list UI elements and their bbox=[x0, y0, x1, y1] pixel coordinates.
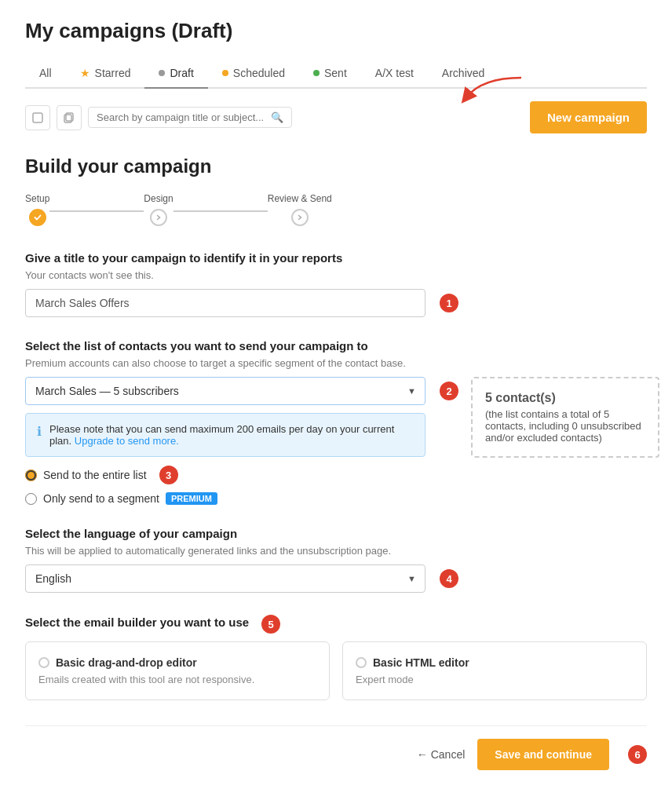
email-builder-heading-row: Select the email builder you want to use… bbox=[25, 615, 647, 634]
contacts-left-col: March Sales — 5 subscribers ▼ 2 ℹ Please… bbox=[25, 377, 458, 457]
premium-badge: PREMIUM bbox=[166, 492, 217, 505]
step-badge-2: 2 bbox=[440, 382, 458, 400]
contacts-detail: (the list contains a total of 5 contacts… bbox=[485, 408, 645, 444]
step-setup: Setup bbox=[25, 193, 49, 226]
tab-starred-label: Starred bbox=[95, 67, 131, 79]
campaign-title-section: Give a title to your campaign to identif… bbox=[25, 251, 647, 317]
campaign-title-heading-row: Give a title to your campaign to identif… bbox=[25, 251, 647, 269]
cancel-link[interactable]: ← Cancel bbox=[417, 748, 465, 761]
contacts-list-sub: Premium accounts can also choose to targ… bbox=[25, 357, 647, 369]
tab-scheduled-label: Scheduled bbox=[233, 67, 285, 79]
builder-card-drag-drop-title: Basic drag-and-drop editor bbox=[38, 656, 316, 669]
send-entire-label: Send to the entire list bbox=[43, 469, 147, 481]
contacts-dashed-box: 5 contact(s) (the list contains a total … bbox=[471, 377, 659, 458]
step-review-label: Review & Send bbox=[268, 193, 332, 204]
step-design: Design bbox=[144, 193, 173, 226]
step-design-circle bbox=[150, 209, 167, 226]
svg-rect-0 bbox=[33, 113, 42, 122]
tab-ax-label: A/X test bbox=[375, 67, 414, 79]
info-box: ℹ Please note that you can send maximum … bbox=[25, 413, 425, 457]
tab-sent[interactable]: Sent bbox=[299, 59, 361, 89]
checkbox-icon bbox=[32, 112, 43, 123]
tab-draft[interactable]: Draft bbox=[144, 59, 207, 89]
step-badge-1: 1 bbox=[440, 294, 458, 312]
step-design-label: Design bbox=[144, 193, 173, 204]
language-select-row: English ▼ 4 bbox=[25, 564, 647, 593]
tab-archived[interactable]: Archived bbox=[428, 59, 499, 89]
step-badge-3: 3 bbox=[159, 466, 178, 484]
campaign-title-sub: Your contacts won't see this. bbox=[25, 269, 647, 281]
language-select-wrapper[interactable]: English ▼ bbox=[25, 564, 425, 593]
tab-all-label: All bbox=[39, 67, 52, 79]
email-builder-heading: Select the email builder you want to use bbox=[25, 616, 249, 629]
campaign-title-input[interactable] bbox=[25, 289, 425, 317]
search-icon: 🔍 bbox=[271, 111, 283, 123]
campaign-title-heading: Give a title to your campaign to identif… bbox=[25, 251, 342, 265]
star-icon: ★ bbox=[80, 67, 90, 79]
step-badge-4: 4 bbox=[440, 569, 458, 588]
language-section: Select the language of your campaign Thi… bbox=[25, 527, 647, 593]
email-builder-section: Select the email builder you want to use… bbox=[25, 615, 647, 700]
tab-archived-label: Archived bbox=[442, 67, 484, 79]
new-campaign-button[interactable]: New campaign bbox=[530, 101, 647, 133]
step-setup-label: Setup bbox=[25, 193, 49, 204]
tab-starred[interactable]: ★ Starred bbox=[66, 59, 145, 89]
search-input[interactable] bbox=[97, 111, 271, 123]
builder-card-html-title: Basic HTML editor bbox=[356, 656, 634, 669]
contacts-two-col: March Sales — 5 subscribers ▼ 2 ℹ Please… bbox=[25, 377, 647, 458]
contacts-count: 5 contact(s) bbox=[485, 391, 645, 405]
dot-sent bbox=[313, 70, 320, 76]
footer-row: ← Cancel Save and continue 6 bbox=[25, 725, 647, 770]
save-continue-button[interactable]: Save and continue bbox=[477, 739, 609, 770]
build-title: Build your campaign bbox=[25, 155, 647, 177]
tab-scheduled[interactable]: Scheduled bbox=[208, 59, 299, 89]
progress-steps: Setup Design Review & Send bbox=[25, 193, 647, 226]
tab-ax-test[interactable]: A/X test bbox=[361, 59, 428, 89]
build-section: Build your campaign Setup Design bbox=[25, 155, 647, 770]
upgrade-link[interactable]: Upgrade to send more. bbox=[75, 435, 179, 447]
info-text: Please note that you can send maximum 20… bbox=[49, 423, 414, 447]
builder-card-drag-drop[interactable]: Basic drag-and-drop editor Emails create… bbox=[25, 641, 330, 700]
step-review: Review & Send bbox=[268, 193, 332, 226]
tab-sent-label: Sent bbox=[324, 67, 347, 79]
copy-icon-btn[interactable] bbox=[57, 105, 82, 130]
contact-select-wrapper[interactable]: March Sales — 5 subscribers ▼ bbox=[25, 377, 425, 405]
dot-draft bbox=[159, 70, 165, 76]
step-review-circle bbox=[291, 209, 309, 226]
radio-circle-drag-drop bbox=[38, 657, 49, 668]
toolbar-left: 🔍 bbox=[25, 105, 292, 130]
builder-cards: Basic drag-and-drop editor Emails create… bbox=[25, 641, 647, 700]
language-sub: This will be applied to automatically ge… bbox=[25, 545, 647, 557]
select-row: March Sales — 5 subscribers ▼ 2 bbox=[25, 377, 458, 405]
send-segment-row: Only send to a segment PREMIUM bbox=[25, 492, 647, 505]
search-box[interactable]: 🔍 bbox=[88, 107, 292, 128]
tab-all[interactable]: All bbox=[25, 59, 66, 89]
step-setup-circle bbox=[29, 209, 46, 226]
chevron-right-icon-2 bbox=[296, 214, 304, 221]
send-entire-radio[interactable] bbox=[25, 469, 37, 481]
builder-card-html-sub: Expert mode bbox=[356, 674, 634, 685]
send-segment-radio[interactable] bbox=[25, 493, 37, 505]
send-segment-label: Only send to a segment bbox=[43, 492, 159, 505]
check-icon bbox=[34, 214, 42, 221]
step-line-1 bbox=[49, 210, 144, 212]
builder-card-html[interactable]: Basic HTML editor Expert mode bbox=[342, 641, 647, 700]
language-select[interactable]: English bbox=[25, 564, 425, 593]
contacts-list-heading: Select the list of contacts you want to … bbox=[25, 339, 647, 353]
send-entire-row: Send to the entire list 3 bbox=[25, 466, 647, 484]
chevron-right-icon bbox=[155, 214, 163, 221]
info-icon: ℹ bbox=[37, 424, 42, 439]
contact-list-select[interactable]: March Sales — 5 subscribers bbox=[25, 377, 425, 405]
tabs-bar: All ★ Starred Draft Scheduled Sent A/X t… bbox=[25, 59, 647, 89]
step-badge-6: 6 bbox=[628, 745, 647, 764]
tab-draft-label: Draft bbox=[170, 67, 193, 79]
page-title: My campaigns (Draft) bbox=[25, 19, 647, 43]
copy-icon bbox=[64, 112, 75, 123]
step-badge-5: 5 bbox=[261, 615, 280, 634]
builder-card-drag-drop-sub: Emails created with this tool are not re… bbox=[38, 674, 316, 685]
language-heading: Select the language of your campaign bbox=[25, 527, 647, 540]
radio-circle-html bbox=[356, 657, 367, 668]
campaign-title-input-row: 1 bbox=[25, 289, 647, 317]
checkbox-icon-btn[interactable] bbox=[25, 105, 50, 130]
step-line-2 bbox=[173, 210, 268, 212]
